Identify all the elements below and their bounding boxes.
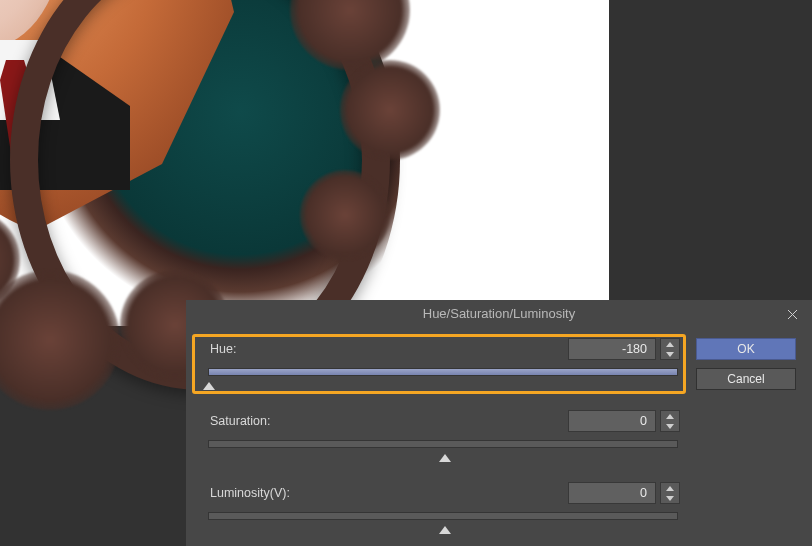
- luminosity-label: Luminosity(V):: [210, 486, 290, 500]
- hue-spin-down[interactable]: [661, 349, 679, 359]
- hue-spin-up[interactable]: [661, 339, 679, 349]
- hue-input[interactable]: -180: [568, 338, 656, 360]
- ok-button[interactable]: OK: [696, 338, 796, 360]
- saturation-spin-up[interactable]: [661, 411, 679, 421]
- slider-handle-icon: [203, 382, 215, 390]
- slider-handle-icon: [439, 526, 451, 534]
- luminosity-slider-thumb[interactable]: [439, 520, 451, 528]
- luminosity-spinner: [660, 482, 680, 504]
- chevron-down-icon: [666, 352, 674, 357]
- luminosity-spin-up[interactable]: [661, 483, 679, 493]
- hue-saturation-dialog: Hue/Saturation/Luminosity Hue: -180 Satu…: [186, 300, 812, 546]
- hue-slider[interactable]: [208, 368, 678, 376]
- saturation-spinner: [660, 410, 680, 432]
- dialog-body: Hue: -180 Saturation: 0: [204, 338, 686, 546]
- luminosity-row: Luminosity(V): 0: [204, 482, 686, 540]
- cancel-button[interactable]: Cancel: [696, 368, 796, 390]
- hue-row: Hue: -180: [204, 338, 686, 396]
- saturation-slider-thumb[interactable]: [439, 448, 451, 456]
- chevron-down-icon: [666, 496, 674, 501]
- dialog-title: Hue/Saturation/Luminosity: [186, 300, 812, 328]
- saturation-row: Saturation: 0: [204, 410, 686, 468]
- luminosity-slider[interactable]: [208, 512, 678, 520]
- hue-slider-fill: [209, 369, 677, 375]
- saturation-label: Saturation:: [210, 414, 270, 428]
- side-panel: [609, 0, 812, 326]
- canvas-area[interactable]: [0, 0, 609, 326]
- saturation-spin-down[interactable]: [661, 421, 679, 431]
- chevron-down-icon: [666, 424, 674, 429]
- dialog-buttons: OK Cancel: [696, 338, 800, 398]
- luminosity-spin-down[interactable]: [661, 493, 679, 503]
- hue-spinner: [660, 338, 680, 360]
- chevron-up-icon: [666, 414, 674, 419]
- close-icon: [787, 309, 798, 320]
- saturation-input[interactable]: 0: [568, 410, 656, 432]
- chevron-up-icon: [666, 486, 674, 491]
- hue-label: Hue:: [210, 342, 236, 356]
- saturation-slider[interactable]: [208, 440, 678, 448]
- close-button[interactable]: [772, 300, 812, 328]
- slider-handle-icon: [439, 454, 451, 462]
- chevron-up-icon: [666, 342, 674, 347]
- luminosity-input[interactable]: 0: [568, 482, 656, 504]
- hue-slider-thumb[interactable]: [203, 376, 215, 384]
